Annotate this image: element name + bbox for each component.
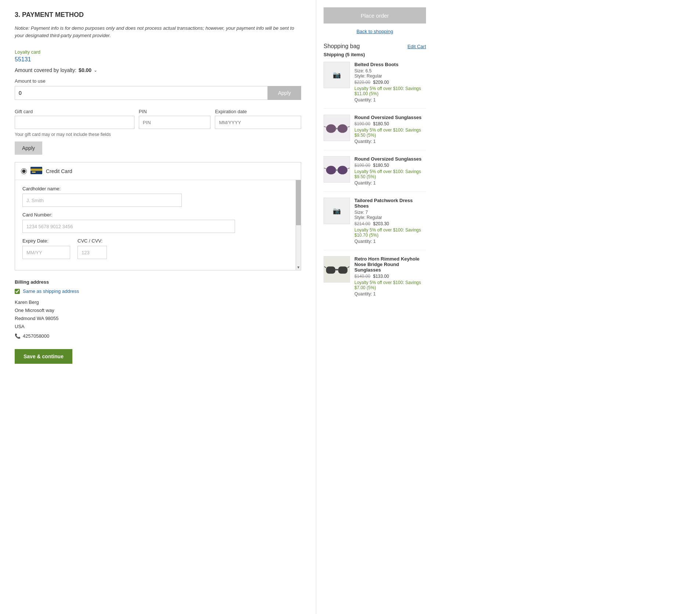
expiration-label: Expiration date xyxy=(215,109,301,114)
cart-item: Round Oversized Sunglasses $190.00 $180.… xyxy=(324,156,426,192)
pin-field: PIN xyxy=(139,109,211,129)
item-qty: Quantity: 1 xyxy=(354,139,426,144)
expiry-input[interactable] xyxy=(22,246,70,259)
credit-card-label: Credit Card xyxy=(46,168,72,174)
amount-covered-value: $0.00 xyxy=(79,67,91,73)
cart-item: Round Oversized Sunglasses $190.00 $180.… xyxy=(324,115,426,150)
item-prices: $140.00 $133.00 xyxy=(354,274,426,279)
gift-card-hint: Your gift card may or may not include th… xyxy=(15,132,301,137)
cvc-input[interactable] xyxy=(77,246,107,259)
item-image-placeholder: 📷 xyxy=(324,62,350,88)
back-to-shopping-link[interactable]: Back to shopping xyxy=(324,29,426,34)
item-style: Style: Regular xyxy=(354,73,426,79)
card-number-group: Card Number: xyxy=(22,212,288,233)
credit-card-option[interactable]: Credit Card xyxy=(15,162,301,180)
svg-rect-6 xyxy=(336,128,338,129)
place-order-button[interactable]: Place order xyxy=(324,7,426,24)
gift-card-apply-button[interactable]: Apply xyxy=(15,141,42,155)
credit-card-icon xyxy=(30,167,42,175)
expiration-field: Expiration date xyxy=(215,109,301,129)
card-number-input[interactable] xyxy=(22,220,235,233)
svg-point-11 xyxy=(338,166,347,174)
price-sale: $180.50 xyxy=(373,121,389,126)
edit-cart-link[interactable]: Edit Cart xyxy=(407,44,426,49)
billing-phone-row: 📞 4257058000 xyxy=(15,332,301,340)
loyalty-savings: Loyalty 5% off over $100: Savings $11.00… xyxy=(354,86,426,96)
gift-card-input[interactable] xyxy=(15,116,134,129)
amount-covered-label: Amount covered by loyalty: xyxy=(15,67,76,73)
loyalty-savings: Loyalty 5% off over $100: Savings $7.00 … xyxy=(354,280,426,290)
billing-country: USA xyxy=(15,323,301,331)
sidebar: Place order Back to shopping Shopping ba… xyxy=(316,0,433,614)
amount-to-use-input[interactable] xyxy=(15,86,268,100)
scroll-down-arrow[interactable]: ▼ xyxy=(297,265,300,269)
item-details: Tailored Patchwork Dress Shoes Size: 7 S… xyxy=(354,198,426,244)
item-prices: $190.00 $180.50 xyxy=(354,121,426,126)
svg-rect-2 xyxy=(32,172,36,173)
item-image xyxy=(324,256,350,283)
billing-address2: Redmond WA 98055 xyxy=(15,315,301,323)
amount-covered-dropdown[interactable]: ⌄ xyxy=(94,68,97,73)
scrollbar-thumb xyxy=(296,180,301,225)
cart-items-list: 📷 Belted Dress Boots Size: 6.5 Style: Re… xyxy=(324,62,426,302)
item-name: Belted Dress Boots xyxy=(354,62,426,67)
amount-covered-row: Amount covered by loyalty: $0.00 ⌄ xyxy=(15,67,301,73)
item-size: Size: 6.5 xyxy=(354,68,426,73)
svg-rect-18 xyxy=(335,269,339,270)
price-original: $190.00 xyxy=(354,163,370,168)
pin-input[interactable] xyxy=(139,116,211,129)
item-image xyxy=(324,115,350,141)
svg-rect-17 xyxy=(338,266,347,273)
item-qty: Quantity: 1 xyxy=(354,180,426,186)
cvc-group: CVC / CVV: xyxy=(77,238,107,259)
same-as-shipping-checkbox[interactable] xyxy=(15,289,20,294)
loyalty-card-number: 55131 xyxy=(15,56,301,63)
price-sale: $203.30 xyxy=(373,221,389,226)
item-details: Round Oversized Sunglasses $190.00 $180.… xyxy=(354,156,426,186)
price-original: $214.00 xyxy=(354,221,370,226)
svg-rect-1 xyxy=(30,169,42,171)
no-image-icon: 📷 xyxy=(333,71,341,79)
price-sale: $133.00 xyxy=(373,274,389,279)
shipping-label: Shipping (5 items) xyxy=(324,52,426,57)
cardholder-group: Cardholder name: xyxy=(22,186,288,207)
cardholder-input[interactable] xyxy=(22,194,182,207)
price-sale: $180.50 xyxy=(373,163,389,168)
svg-point-4 xyxy=(326,124,336,133)
card-number-label: Card Number: xyxy=(22,212,288,218)
item-prices: $214.00 $203.30 xyxy=(354,221,426,226)
loyalty-card-label: Loyalty card xyxy=(15,49,301,55)
amount-to-use-row: Apply xyxy=(15,86,301,100)
expiry-label: Expiry Date: xyxy=(22,238,70,244)
section-title: 3. PAYMENT METHOD xyxy=(15,11,301,19)
svg-point-5 xyxy=(338,124,347,133)
gift-card-label: Gift card xyxy=(15,109,134,114)
price-original: $190.00 xyxy=(354,121,370,126)
item-qty: Quantity: 1 xyxy=(354,239,426,244)
price-sale: $209.00 xyxy=(373,80,389,85)
expiry-group: Expiry Date: xyxy=(22,238,70,259)
billing-name: Karen Berg xyxy=(15,298,301,306)
cart-item: Retro Horn Rimmed Keyhole Nose Bridge Ro… xyxy=(324,256,426,302)
loyalty-savings: Loyalty 5% off over $100: Savings $9.50 … xyxy=(354,128,426,138)
item-prices: $190.00 $180.50 xyxy=(354,163,426,168)
billing-title: Billing address xyxy=(15,279,301,285)
svg-rect-12 xyxy=(336,169,338,171)
cart-item: 📷 Belted Dress Boots Size: 6.5 Style: Re… xyxy=(324,62,426,109)
shopping-bag-header: Shopping bag Edit Cart xyxy=(324,43,426,50)
save-continue-button[interactable]: Save & continue xyxy=(15,349,72,364)
expiration-input[interactable] xyxy=(215,116,301,129)
billing-address: Karen Berg One Microsoft way Redmond WA … xyxy=(15,298,301,340)
svg-point-10 xyxy=(326,166,336,174)
loyalty-apply-button[interactable]: Apply xyxy=(268,86,301,100)
payment-methods-container: Credit Card Cardholder name: Card Number… xyxy=(15,162,301,270)
item-prices: $220.00 $209.00 xyxy=(354,80,426,85)
price-original: $220.00 xyxy=(354,80,370,85)
gift-card-section: Gift card PIN Expiration date Your gift … xyxy=(15,109,301,155)
billing-phone: 4257058000 xyxy=(23,332,49,340)
scroll-arrows: ▼ xyxy=(296,265,301,270)
no-image-icon: 📷 xyxy=(333,207,341,215)
item-qty: Quantity: 1 xyxy=(354,291,426,297)
credit-card-radio[interactable] xyxy=(21,168,27,174)
amount-to-use-label: Amount to use xyxy=(15,78,301,84)
